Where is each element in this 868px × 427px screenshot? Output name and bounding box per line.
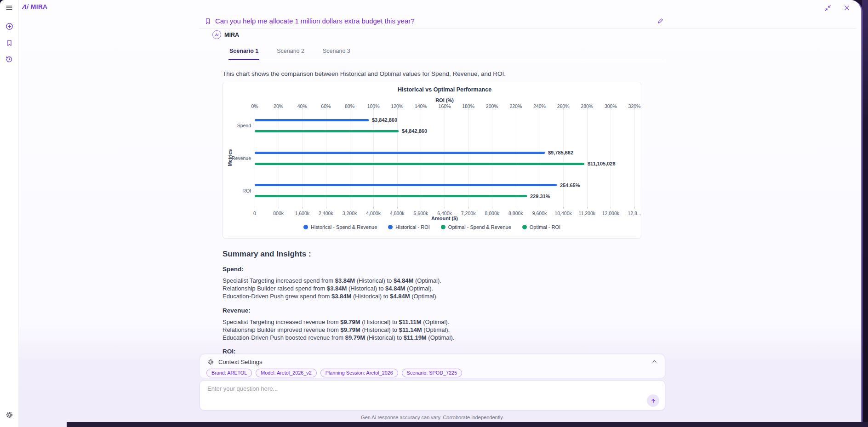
gridline — [255, 109, 255, 207]
legend-item: Optimal - ROI — [522, 224, 560, 230]
legend-item: Historical - Spend & Revenue — [303, 224, 377, 230]
gridline — [421, 109, 421, 207]
gridline — [350, 109, 350, 207]
settings-icon[interactable] — [3, 409, 15, 421]
legend-dot — [303, 225, 308, 229]
bar-historical-revenue — [255, 152, 545, 154]
bar-value-label: 254.65% — [560, 182, 580, 188]
legend-item: Optimal - Spend & Revenue — [441, 224, 511, 230]
gridline — [445, 109, 445, 207]
summary-line: Specialist Targeting increased spend fro… — [223, 277, 664, 285]
gridline — [540, 109, 540, 207]
bottom-axis-tick: 2,400k — [319, 211, 333, 216]
tab-scenario-3[interactable]: Scenario 3 — [322, 44, 351, 60]
context-settings-panel: Context Settings Brand: ARETOLModel: Are… — [200, 354, 665, 378]
gridline — [563, 109, 564, 207]
bottom-axis-tick: 12,000k — [602, 211, 619, 216]
bottom-axis-tick: 0 — [253, 211, 256, 216]
edit-question-icon[interactable] — [657, 17, 664, 26]
bottom-axis-tick: 8,800k — [508, 211, 523, 216]
tick-mark — [397, 108, 398, 109]
tick-mark — [611, 207, 611, 209]
legend-label: Historical - ROI — [395, 224, 430, 230]
bar-optimal-revenue — [255, 163, 584, 165]
tick-mark — [563, 207, 564, 209]
tick-mark — [587, 108, 588, 109]
legend-dot — [441, 225, 445, 229]
close-icon[interactable] — [843, 4, 851, 12]
context-chip[interactable]: Brand: ARETOL — [206, 369, 252, 377]
gridline — [373, 109, 374, 207]
send-icon[interactable] — [647, 394, 659, 407]
chart-legend: Historical - Spend & RevenueHistorical -… — [223, 224, 641, 230]
bar-value-label: $4,842,860 — [402, 128, 427, 134]
legend-label: Optimal - Spend & Revenue — [448, 224, 511, 230]
new-chat-icon[interactable] — [3, 20, 15, 32]
tick-mark — [516, 207, 516, 209]
tick-mark — [634, 108, 635, 109]
tab-scenario-2[interactable]: Scenario 2 — [276, 44, 305, 60]
summary-section: Summary and Insights : Spend:Specialist … — [223, 250, 664, 364]
question-bookmark-icon[interactable] — [205, 18, 211, 24]
gridline — [634, 109, 635, 207]
chart-description: This chart shows the comparison between … — [223, 70, 506, 77]
history-icon[interactable] — [3, 53, 15, 65]
bar-value-label: $3,842,860 — [372, 117, 397, 123]
tick-mark — [326, 108, 326, 109]
gridline — [611, 109, 611, 207]
bottom-axis-tick: 1,600k — [295, 211, 309, 216]
summary-subsection: Revenue:Specialist Targeting increased r… — [223, 307, 664, 342]
bottom-axis-tick: 7,200k — [461, 211, 476, 216]
context-chip[interactable]: Scenario: SPOD_7225 — [402, 369, 462, 377]
divider — [200, 28, 856, 29]
gridline — [326, 109, 326, 207]
context-settings-header[interactable]: Context Settings — [207, 359, 262, 365]
bottom-axis-tick: 10,400k — [554, 211, 571, 216]
question-row: Can you help me allocate 1 million dolla… — [205, 17, 415, 25]
bottom-axis-tick: 800k — [273, 211, 284, 216]
chart-card: Historical vs Optimal PerformanceROI (%)… — [223, 82, 641, 239]
mira-logo: Λi MIRA — [23, 3, 47, 10]
summary-line: Relationship Builder improved revenue fr… — [223, 326, 664, 334]
assistant-row: Λi MIRA — [212, 30, 239, 39]
collapse-icon[interactable] — [823, 4, 832, 12]
bar-value-label: $11,105,026 — [588, 161, 616, 166]
context-chip[interactable]: Model: Aretol_2026_v2 — [256, 369, 316, 377]
tick-mark — [468, 207, 469, 209]
gridline — [492, 109, 492, 207]
tick-mark — [468, 108, 469, 109]
legend-dot — [388, 225, 393, 229]
bookmark-icon[interactable] — [3, 37, 15, 49]
window-edge-right — [862, 0, 868, 427]
summary-subheading: Revenue: — [223, 307, 664, 314]
bottom-axis-tick: 11,200k — [578, 211, 595, 216]
context-chip[interactable]: Planning Session: Aretol_2026 — [320, 369, 398, 377]
chevron-up-icon[interactable] — [651, 359, 657, 366]
bottom-axis-tick: 4,000k — [366, 211, 381, 216]
scenario-tabs: Scenario 1Scenario 2Scenario 3 — [228, 44, 665, 60]
legend-label: Optimal - ROI — [530, 224, 560, 230]
disclaimer-text: Gen Ai response accuracy can vary. Corro… — [200, 415, 665, 420]
window-actions — [823, 4, 851, 12]
legend-dot — [522, 225, 527, 229]
bar-historical-spend — [255, 119, 369, 121]
tick-mark — [255, 108, 255, 109]
tick-mark — [563, 108, 564, 109]
menu-icon[interactable] — [3, 2, 15, 14]
question-input[interactable]: Enter your question here... — [200, 380, 665, 410]
mira-logo-icon: Λi — [22, 3, 29, 10]
tick-mark — [492, 108, 492, 109]
main-area: Λi MIRA Can you help me allocate 1 milli… — [19, 0, 861, 427]
tick-mark — [611, 108, 611, 109]
tick-mark — [350, 207, 350, 209]
bottom-axis-tick: 8,000k — [485, 211, 499, 216]
tick-mark — [302, 207, 303, 209]
summary-line: Specialist Targeting increased revenue f… — [223, 318, 664, 326]
bar-optimal-roi — [255, 195, 527, 197]
bar-value-label: $9,785,662 — [548, 150, 573, 155]
screen: Λi MIRA Can you help me allocate 1 milli… — [0, 0, 868, 427]
bottom-axis-tick: 6,400k — [437, 211, 452, 216]
tick-mark — [373, 108, 374, 109]
tab-scenario-1[interactable]: Scenario 1 — [228, 44, 259, 60]
legend-item: Historical - ROI — [388, 224, 430, 230]
